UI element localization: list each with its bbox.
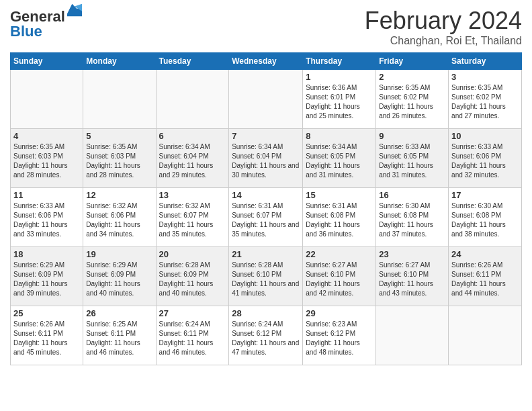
day-info: Sunrise: 6:24 AM Sunset: 6:12 PM Dayligh… — [232, 320, 300, 357]
day-info: Sunrise: 6:34 AM Sunset: 6:05 PM Dayligh… — [306, 142, 373, 180]
day-info: Sunrise: 6:36 AM Sunset: 6:01 PM Dayligh… — [306, 83, 373, 121]
day-info: Sunrise: 6:30 AM Sunset: 6:08 PM Dayligh… — [451, 201, 519, 239]
calendar-cell[interactable]: 1Sunrise: 6:36 AM Sunset: 6:01 PM Daylig… — [303, 70, 376, 129]
calendar-cell[interactable]: 18Sunrise: 6:29 AM Sunset: 6:09 PM Dayli… — [11, 247, 83, 306]
day-number: 11 — [13, 190, 80, 200]
day-header-friday: Friday — [376, 53, 449, 70]
calendar-cell — [156, 70, 229, 129]
calendar-cell[interactable]: 10Sunrise: 6:33 AM Sunset: 6:06 PM Dayli… — [449, 129, 522, 188]
calendar-cell — [11, 70, 83, 129]
day-number: 28 — [232, 308, 300, 318]
calendar-week-row: 11Sunrise: 6:33 AM Sunset: 6:06 PM Dayli… — [11, 188, 522, 247]
day-info: Sunrise: 6:28 AM Sunset: 6:10 PM Dayligh… — [232, 261, 300, 298]
day-number: 26 — [86, 308, 152, 318]
calendar-cell — [83, 70, 156, 129]
day-number: 29 — [306, 308, 373, 318]
day-info: Sunrise: 6:26 AM Sunset: 6:11 PM Dayligh… — [13, 320, 80, 357]
calendar-cell[interactable]: 27Sunrise: 6:24 AM Sunset: 6:11 PM Dayli… — [156, 306, 229, 365]
calendar-cell[interactable]: 8Sunrise: 6:34 AM Sunset: 6:05 PM Daylig… — [303, 129, 376, 188]
day-header-saturday: Saturday — [449, 53, 522, 70]
day-header-wednesday: Wednesday — [229, 53, 303, 70]
calendar-cell[interactable]: 24Sunrise: 6:26 AM Sunset: 6:11 PM Dayli… — [449, 247, 522, 306]
day-number: 24 — [451, 249, 519, 259]
day-info: Sunrise: 6:25 AM Sunset: 6:11 PM Dayligh… — [86, 320, 152, 357]
day-header-monday: Monday — [83, 53, 156, 70]
day-header-sunday: Sunday — [11, 53, 83, 70]
calendar-week-row: 4Sunrise: 6:35 AM Sunset: 6:03 PM Daylig… — [11, 129, 522, 188]
day-info: Sunrise: 6:33 AM Sunset: 6:05 PM Dayligh… — [379, 142, 445, 180]
calendar-cell[interactable]: 3Sunrise: 6:35 AM Sunset: 6:02 PM Daylig… — [449, 70, 522, 129]
day-info: Sunrise: 6:33 AM Sunset: 6:06 PM Dayligh… — [451, 142, 519, 180]
calendar-cell[interactable]: 26Sunrise: 6:25 AM Sunset: 6:11 PM Dayli… — [83, 306, 156, 365]
day-header-tuesday: Tuesday — [156, 53, 229, 70]
day-info: Sunrise: 6:27 AM Sunset: 6:10 PM Dayligh… — [306, 261, 373, 298]
day-number: 23 — [379, 249, 445, 259]
calendar-cell[interactable]: 29Sunrise: 6:23 AM Sunset: 6:12 PM Dayli… — [303, 306, 376, 365]
calendar-cell[interactable]: 6Sunrise: 6:34 AM Sunset: 6:04 PM Daylig… — [156, 129, 229, 188]
header: General Blue February 2024 Changhan, Roi… — [10, 7, 522, 47]
calendar-cell[interactable]: 5Sunrise: 6:35 AM Sunset: 6:03 PM Daylig… — [83, 129, 156, 188]
calendar-cell[interactable]: 13Sunrise: 6:32 AM Sunset: 6:07 PM Dayli… — [156, 188, 229, 247]
day-number: 21 — [232, 249, 300, 259]
calendar-cell — [229, 70, 303, 129]
day-number: 27 — [159, 308, 226, 318]
calendar-cell[interactable]: 2Sunrise: 6:35 AM Sunset: 6:02 PM Daylig… — [376, 70, 449, 129]
day-number: 12 — [86, 190, 152, 200]
day-number: 1 — [306, 72, 373, 82]
logo: General Blue — [10, 9, 82, 39]
day-info: Sunrise: 6:29 AM Sunset: 6:09 PM Dayligh… — [13, 261, 80, 298]
calendar-cell[interactable]: 15Sunrise: 6:31 AM Sunset: 6:08 PM Dayli… — [303, 188, 376, 247]
day-number: 8 — [306, 131, 373, 141]
calendar-week-row: 1Sunrise: 6:36 AM Sunset: 6:01 PM Daylig… — [11, 70, 522, 129]
calendar-cell[interactable]: 20Sunrise: 6:28 AM Sunset: 6:09 PM Dayli… — [156, 247, 229, 306]
day-number: 10 — [451, 131, 519, 141]
day-info: Sunrise: 6:29 AM Sunset: 6:09 PM Dayligh… — [86, 261, 152, 298]
day-info: Sunrise: 6:28 AM Sunset: 6:09 PM Dayligh… — [159, 261, 226, 298]
day-number: 3 — [451, 72, 519, 82]
calendar-cell[interactable]: 22Sunrise: 6:27 AM Sunset: 6:10 PM Dayli… — [303, 247, 376, 306]
calendar-cell[interactable]: 21Sunrise: 6:28 AM Sunset: 6:10 PM Dayli… — [229, 247, 303, 306]
calendar-cell[interactable]: 17Sunrise: 6:30 AM Sunset: 6:08 PM Dayli… — [449, 188, 522, 247]
day-info: Sunrise: 6:35 AM Sunset: 6:03 PM Dayligh… — [13, 142, 80, 180]
page: General Blue February 2024 Changhan, Roi… — [0, 0, 532, 411]
day-number: 9 — [379, 131, 445, 141]
calendar-cell[interactable]: 25Sunrise: 6:26 AM Sunset: 6:11 PM Dayli… — [11, 306, 83, 365]
calendar-cell[interactable]: 11Sunrise: 6:33 AM Sunset: 6:06 PM Dayli… — [11, 188, 83, 247]
day-number: 4 — [13, 131, 80, 141]
day-number: 18 — [13, 249, 80, 259]
logo-text: General Blue — [10, 9, 65, 39]
calendar-cell[interactable]: 14Sunrise: 6:31 AM Sunset: 6:07 PM Dayli… — [229, 188, 303, 247]
calendar-cell[interactable]: 28Sunrise: 6:24 AM Sunset: 6:12 PM Dayli… — [229, 306, 303, 365]
day-number: 25 — [13, 308, 80, 318]
day-number: 15 — [306, 190, 373, 200]
day-info: Sunrise: 6:30 AM Sunset: 6:08 PM Dayligh… — [379, 201, 445, 239]
day-number: 13 — [159, 190, 226, 200]
day-number: 17 — [451, 190, 519, 200]
day-number: 5 — [86, 131, 152, 141]
calendar-cell — [376, 306, 449, 365]
day-info: Sunrise: 6:31 AM Sunset: 6:07 PM Dayligh… — [232, 201, 300, 239]
day-number: 22 — [306, 249, 373, 259]
logo-icon — [67, 3, 82, 17]
title-location: Changhan, Roi Et, Thailand — [365, 35, 522, 47]
day-info: Sunrise: 6:24 AM Sunset: 6:11 PM Dayligh… — [159, 320, 226, 357]
calendar-cell[interactable]: 12Sunrise: 6:32 AM Sunset: 6:06 PM Dayli… — [83, 188, 156, 247]
calendar-cell[interactable]: 23Sunrise: 6:27 AM Sunset: 6:10 PM Dayli… — [376, 247, 449, 306]
day-info: Sunrise: 6:35 AM Sunset: 6:03 PM Dayligh… — [86, 142, 152, 180]
day-info: Sunrise: 6:26 AM Sunset: 6:11 PM Dayligh… — [451, 261, 519, 298]
day-info: Sunrise: 6:32 AM Sunset: 6:07 PM Dayligh… — [159, 201, 226, 239]
day-header-thursday: Thursday — [303, 53, 376, 70]
day-info: Sunrise: 6:31 AM Sunset: 6:08 PM Dayligh… — [306, 201, 373, 239]
calendar-cell[interactable]: 4Sunrise: 6:35 AM Sunset: 6:03 PM Daylig… — [11, 129, 83, 188]
day-info: Sunrise: 6:35 AM Sunset: 6:02 PM Dayligh… — [451, 83, 519, 121]
calendar-cell[interactable]: 7Sunrise: 6:34 AM Sunset: 6:04 PM Daylig… — [229, 129, 303, 188]
calendar-cell[interactable]: 19Sunrise: 6:29 AM Sunset: 6:09 PM Dayli… — [83, 247, 156, 306]
day-info: Sunrise: 6:27 AM Sunset: 6:10 PM Dayligh… — [379, 261, 445, 298]
calendar-cell[interactable]: 16Sunrise: 6:30 AM Sunset: 6:08 PM Dayli… — [376, 188, 449, 247]
day-info: Sunrise: 6:32 AM Sunset: 6:06 PM Dayligh… — [86, 201, 152, 239]
day-info: Sunrise: 6:34 AM Sunset: 6:04 PM Dayligh… — [232, 142, 300, 180]
calendar-cell — [449, 306, 522, 365]
calendar-week-row: 25Sunrise: 6:26 AM Sunset: 6:11 PM Dayli… — [11, 306, 522, 365]
calendar-cell[interactable]: 9Sunrise: 6:33 AM Sunset: 6:05 PM Daylig… — [376, 129, 449, 188]
day-number: 16 — [379, 190, 445, 200]
